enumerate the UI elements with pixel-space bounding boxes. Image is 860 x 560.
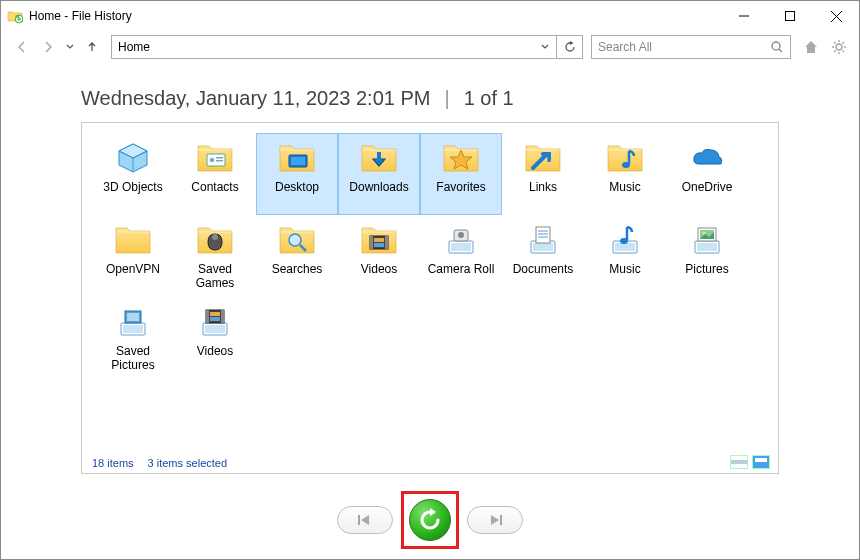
folder-item[interactable]: OpenVPN bbox=[92, 215, 174, 297]
svg-point-5 bbox=[772, 42, 780, 50]
folder-label: Camera Roll bbox=[428, 263, 495, 277]
address-dropdown[interactable] bbox=[534, 36, 556, 58]
view-icons-button[interactable] bbox=[752, 455, 770, 469]
folder-item[interactable]: Saved Pictures bbox=[92, 297, 174, 379]
folder-item[interactable]: Music bbox=[584, 215, 666, 297]
folder-label: Pictures bbox=[685, 263, 728, 277]
videos2-icon bbox=[194, 302, 236, 342]
svg-line-14 bbox=[834, 51, 836, 53]
position-heading: 1 of 1 bbox=[464, 87, 514, 110]
onedrive-icon bbox=[686, 138, 728, 178]
search-input[interactable]: Search All bbox=[591, 35, 791, 59]
settings-icon[interactable] bbox=[829, 37, 849, 57]
folder-item[interactable]: Pictures bbox=[666, 215, 748, 297]
folder-label: Searches bbox=[272, 263, 323, 277]
status-count: 18 items bbox=[92, 457, 134, 469]
refresh-button[interactable] bbox=[556, 36, 582, 58]
forward-button[interactable] bbox=[37, 36, 59, 58]
cameraroll-icon bbox=[440, 220, 482, 260]
folder-label: Contacts bbox=[191, 181, 238, 195]
svg-line-12 bbox=[834, 42, 836, 44]
folder-label: Saved Games bbox=[177, 263, 253, 291]
folder-label: Videos bbox=[197, 345, 233, 359]
documents-icon bbox=[522, 220, 564, 260]
music-icon bbox=[604, 138, 646, 178]
savedpictures-icon bbox=[112, 302, 154, 342]
previous-version-button[interactable] bbox=[337, 506, 393, 534]
svg-line-15 bbox=[843, 42, 845, 44]
svg-rect-2 bbox=[786, 12, 795, 21]
folder-item[interactable]: Favorites bbox=[420, 133, 502, 215]
close-button[interactable] bbox=[813, 1, 859, 31]
folder-item[interactable]: OneDrive bbox=[666, 133, 748, 215]
folder-label: OpenVPN bbox=[106, 263, 160, 277]
folder-label: Music bbox=[609, 181, 640, 195]
history-dropdown[interactable] bbox=[63, 36, 77, 58]
folder-icon bbox=[112, 220, 154, 260]
items-pane: 3D ObjectsContactsDesktopDownloadsFavori… bbox=[81, 122, 779, 474]
folder-item[interactable]: Videos bbox=[338, 215, 420, 297]
folder-item[interactable]: Searches bbox=[256, 215, 338, 297]
folder-item[interactable]: Videos bbox=[174, 297, 256, 379]
videos-icon bbox=[358, 220, 400, 260]
search-placeholder: Search All bbox=[598, 40, 770, 54]
maximize-button[interactable] bbox=[767, 1, 813, 31]
minimize-button[interactable] bbox=[721, 1, 767, 31]
folder-label: Saved Pictures bbox=[95, 345, 171, 373]
status-selected: 3 items selected bbox=[148, 457, 227, 469]
folder-label: Music bbox=[609, 263, 640, 277]
searches-icon bbox=[276, 220, 318, 260]
app-icon bbox=[7, 8, 23, 24]
restore-highlight bbox=[401, 491, 459, 549]
search-icon bbox=[770, 40, 784, 54]
downloads-icon bbox=[358, 138, 400, 178]
links-icon bbox=[522, 138, 564, 178]
folder-item[interactable]: Documents bbox=[502, 215, 584, 297]
folder-label: Downloads bbox=[349, 181, 408, 195]
desktop-icon bbox=[276, 138, 318, 178]
folder-item[interactable]: Saved Games bbox=[174, 215, 256, 297]
folder-item[interactable]: Downloads bbox=[338, 133, 420, 215]
folder-label: Favorites bbox=[436, 181, 485, 195]
folder-label: Desktop bbox=[275, 181, 319, 195]
svg-line-13 bbox=[843, 51, 845, 53]
folder-label: Links bbox=[529, 181, 557, 195]
window-title: Home - File History bbox=[29, 9, 132, 23]
address-bar[interactable]: Home bbox=[112, 36, 534, 58]
savedgames-icon bbox=[194, 220, 236, 260]
contact-icon bbox=[194, 138, 236, 178]
svg-line-6 bbox=[779, 49, 782, 52]
favorites-icon bbox=[440, 138, 482, 178]
cube3d-icon bbox=[112, 138, 154, 178]
view-details-button[interactable] bbox=[730, 455, 748, 469]
folder-item[interactable]: Desktop bbox=[256, 133, 338, 215]
folder-item[interactable]: Links bbox=[502, 133, 584, 215]
folder-label: OneDrive bbox=[682, 181, 733, 195]
back-button[interactable] bbox=[11, 36, 33, 58]
up-button[interactable] bbox=[81, 36, 103, 58]
heading-separator: | bbox=[444, 87, 449, 110]
home-icon[interactable] bbox=[801, 37, 821, 57]
folder-label: 3D Objects bbox=[103, 181, 162, 195]
folder-item[interactable]: 3D Objects bbox=[92, 133, 174, 215]
timestamp-heading: Wednesday, January 11, 2023 2:01 PM bbox=[81, 87, 430, 110]
folder-label: Documents bbox=[513, 263, 574, 277]
folder-item[interactable]: Contacts bbox=[174, 133, 256, 215]
svg-point-7 bbox=[836, 44, 842, 50]
folder-label: Videos bbox=[361, 263, 397, 277]
next-version-button[interactable] bbox=[467, 506, 523, 534]
folder-item[interactable]: Camera Roll bbox=[420, 215, 502, 297]
restore-button[interactable] bbox=[409, 499, 451, 541]
music2-icon bbox=[604, 220, 646, 260]
folder-item[interactable]: Music bbox=[584, 133, 666, 215]
pictures-icon bbox=[686, 220, 728, 260]
